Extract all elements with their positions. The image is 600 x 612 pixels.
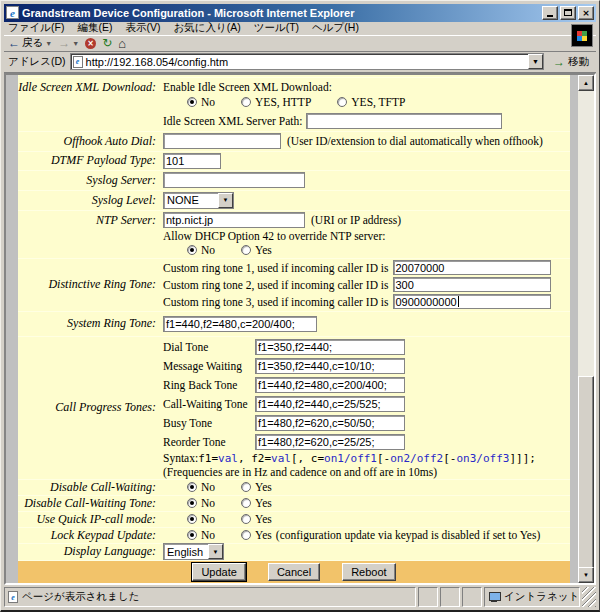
menu-edit[interactable]: 編集(E)	[77, 21, 112, 35]
minimize-button[interactable]	[542, 6, 558, 20]
home-button[interactable]: ⌂	[118, 36, 126, 51]
system-ring-input[interactable]: f1=440,f2=480,c=200/400;	[163, 316, 317, 332]
call-progress-label: Call Progress Tones:	[18, 400, 163, 415]
scroll-up-icon: ▲	[583, 80, 589, 86]
scrollbar-thumb[interactable]	[578, 376, 594, 571]
ie-logo-icon: e	[6, 6, 19, 19]
disable-cw-tone-label: Disable Call-Waiting Tone:	[18, 496, 163, 511]
tone-name: Ring Back Tone	[163, 379, 255, 391]
forward-dropdown-icon[interactable]: ▼	[72, 40, 79, 47]
menu-help[interactable]: ヘルプ(H)	[312, 21, 359, 35]
syslog-server-input[interactable]	[163, 172, 305, 188]
tone-name: Call-Waiting Tone	[163, 398, 255, 410]
standard-toolbar: ← 戻る ▼ → ▼ × ↻ ⌂	[4, 36, 596, 52]
lock-keypad-label: Lock Keypad Update:	[18, 528, 163, 543]
display-language-label: Display Language:	[18, 544, 163, 559]
quick-ip-radio-no[interactable]	[187, 514, 197, 524]
status-pane-3	[462, 587, 482, 607]
idle-radio-yes-http[interactable]	[241, 97, 251, 107]
refresh-button[interactable]: ↻	[102, 36, 112, 50]
offhook-input[interactable]	[163, 133, 281, 149]
ring2-text: Custom ring tone 2, used if incoming cal…	[163, 279, 389, 291]
scroll-up-button[interactable]: ▲	[578, 75, 594, 91]
tone-name: Dial Tone	[163, 341, 255, 353]
row-dhcp-text: Allow DHCP Option 42 to override NTP ser…	[18, 230, 570, 243]
dhcp-radio-yes[interactable]	[241, 245, 251, 255]
idle-option-yes-tftp: YES, TFTP	[351, 96, 405, 108]
row-idle-screen: Idle Screen XML Download: Enable Idle Sc…	[18, 78, 570, 132]
vertical-scrollbar[interactable]: ▲ ▼	[578, 75, 594, 584]
syslog-level-select[interactable]: NONE ▼	[163, 192, 234, 209]
go-label: 移動	[568, 55, 589, 69]
status-pane-1	[418, 587, 438, 607]
ntp-input[interactable]: ntp.nict.jp	[163, 212, 305, 228]
update-button[interactable]: Update	[192, 563, 245, 581]
idle-radio-no[interactable]	[187, 97, 197, 107]
address-input[interactable]: e http://192.168.054/config.htm ▼	[70, 53, 544, 70]
display-language-select[interactable]: English ▼	[163, 543, 224, 560]
lock-keypad-radio-no[interactable]	[187, 530, 197, 540]
quick-ip-radio-yes[interactable]	[241, 514, 251, 524]
busy-tone-input[interactable]: f1=480,f2=620,c=50/50;	[255, 415, 405, 431]
scroll-down-button[interactable]: ▼	[578, 567, 594, 583]
address-url[interactable]: http://192.168.054/config.htm	[83, 56, 528, 68]
status-bar: e ページが表示されました イントラネット	[4, 587, 596, 607]
content-viewport: Idle Screen XML Download: Enable Idle Sc…	[4, 73, 596, 586]
lock-keypad-note: (configuration update via keypad is disa…	[276, 529, 540, 541]
idle-radio-yes-tftp[interactable]	[337, 97, 347, 107]
address-dropdown-button[interactable]: ▼	[528, 54, 543, 69]
stop-icon: ×	[85, 38, 96, 49]
row-lock-keypad: Lock Keypad Update: No Yes (configuratio…	[18, 528, 570, 544]
dtmf-label: DTMF Payload Type:	[18, 153, 163, 168]
resize-grip[interactable]	[582, 587, 596, 607]
syslog-level-value: NONE	[164, 194, 218, 206]
ring2-input[interactable]: 300	[393, 277, 551, 292]
menu-favorites[interactable]: お気に入り(A)	[173, 21, 240, 35]
syslog-level-dropdown-icon[interactable]: ▼	[218, 193, 233, 208]
tone-name: Busy Tone	[163, 417, 255, 429]
reboot-button[interactable]: Reboot	[342, 563, 395, 581]
stop-button[interactable]: ×	[85, 38, 96, 49]
title-bar[interactable]: e Grandstream Device Configuration - Mic…	[4, 4, 596, 22]
home-icon: ⌂	[118, 36, 126, 51]
forward-button[interactable]: → ▼	[58, 36, 79, 50]
distinctive-label: Distinctive Ring Tone:	[18, 277, 163, 292]
idle-screen-label: Idle Screen XML Download:	[18, 80, 163, 131]
disable-cw-radio-no[interactable]	[187, 482, 197, 492]
close-icon: ×	[582, 8, 590, 18]
security-zone-pane: イントラネット	[484, 587, 580, 607]
back-dropdown-icon[interactable]: ▼	[45, 40, 52, 47]
minimize-icon	[547, 15, 553, 17]
ring1-input[interactable]: 20070000	[393, 260, 551, 275]
dial-tone-input[interactable]: f1=350,f2=440;	[255, 339, 405, 355]
dhcp-radio-no[interactable]	[187, 245, 197, 255]
back-arrow-icon: ←	[8, 36, 20, 50]
ntp-label: NTP Server:	[18, 213, 163, 228]
close-button[interactable]: ×	[578, 6, 594, 20]
message-waiting-input[interactable]: f1=350,f2=440,c=10/10;	[255, 358, 405, 374]
menu-view[interactable]: 表示(V)	[125, 21, 160, 35]
go-button[interactable]: → 移動	[548, 53, 594, 71]
ring3-input[interactable]: 0900000000	[393, 294, 551, 309]
dtmf-input[interactable]: 101	[163, 153, 221, 169]
menu-bar: ファイル(F) 編集(E) 表示(V) お気に入り(A) ツール(T) ヘルプ(…	[4, 22, 596, 36]
quick-ip-label: Use Quick IP-call mode:	[18, 512, 163, 527]
cancel-button[interactable]: Cancel	[268, 563, 320, 581]
maximize-button[interactable]	[560, 6, 576, 20]
menu-file[interactable]: ファイル(F)	[8, 21, 64, 35]
page-icon: e	[73, 56, 83, 68]
ring-back-input[interactable]: f1=440,f2=480,c=200/400;	[255, 377, 405, 393]
disable-cw-radio-yes[interactable]	[241, 482, 251, 492]
lock-keypad-radio-yes[interactable]	[241, 530, 251, 540]
call-waiting-tone-input[interactable]: f1=440,f2=440,c=25/525;	[255, 396, 405, 412]
display-language-dropdown-icon[interactable]: ▼	[208, 544, 223, 559]
disable-cw-tone-radio-no[interactable]	[187, 498, 197, 508]
syslog-level-label: Syslog Level:	[18, 193, 163, 208]
menu-tools[interactable]: ツール(T)	[254, 21, 299, 35]
row-syslog-server: Syslog Server:	[18, 171, 570, 191]
reorder-tone-input[interactable]: f1=480,f2=620,c=25/25;	[255, 434, 405, 450]
idle-path-input[interactable]	[306, 113, 502, 129]
disable-cw-tone-radio-yes[interactable]	[241, 498, 251, 508]
disable-cw-label: Disable Call-Waiting:	[18, 480, 163, 495]
back-button[interactable]: ← 戻る ▼	[8, 36, 52, 50]
